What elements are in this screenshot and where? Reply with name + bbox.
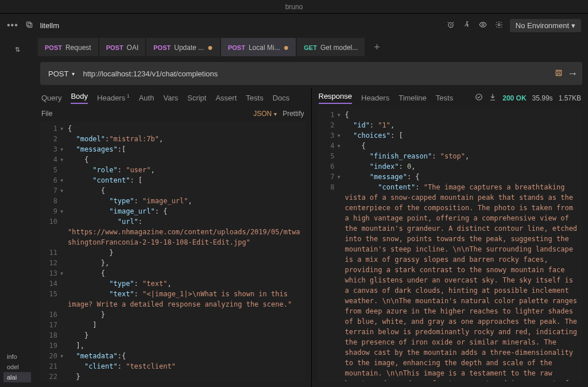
sidebar-item[interactable]: odel [3, 362, 31, 372]
eye-icon[interactable] [479, 21, 487, 30]
resp-subtab-tests[interactable]: Tests [436, 94, 453, 102]
download-icon[interactable] [489, 93, 497, 103]
chevron-down-icon: ▾ [72, 71, 75, 77]
sort-icon[interactable]: ⇅ [0, 42, 34, 57]
running-icon[interactable] [463, 21, 471, 30]
url-bar: POST ▾ → [40, 62, 582, 85]
response-subtabs: ResponseHeadersTimelineTests200 OK35.99s… [312, 88, 589, 107]
tab-method: POST [106, 44, 123, 51]
svg-rect-1 [26, 22, 30, 26]
chevron-down-icon: ▾ [571, 21, 575, 30]
subtab-docs[interactable]: Docs [273, 94, 290, 102]
svg-rect-6 [556, 70, 561, 75]
svg-rect-0 [28, 23, 32, 27]
send-arrow-icon[interactable]: → [567, 68, 578, 80]
window-titlebar: bruno [0, 0, 588, 14]
environment-label: No Environment [516, 21, 569, 30]
sidebar-item[interactable]: alai [3, 372, 31, 382]
request-subtabs: QueryBodyHeaders 1AuthVarsScriptAssertTe… [34, 88, 311, 107]
body-type-select[interactable]: JSON ▾ [253, 110, 277, 118]
clear-response-icon[interactable] [475, 93, 483, 103]
tab-label: Update ... [174, 44, 204, 52]
tab-label: Get model... [320, 44, 358, 52]
tab-label: OAI [127, 44, 139, 52]
chevron-down-icon: ▾ [274, 111, 277, 117]
environment-select[interactable]: No Environment ▾ [510, 19, 581, 32]
svg-point-3 [466, 21, 467, 22]
menu-dots-icon[interactable]: ••• [7, 20, 18, 30]
sidebar: ⇅ infoodelalai [0, 37, 34, 387]
request-tab[interactable]: POSTRequest [38, 38, 98, 56]
tab-method: POST [153, 44, 171, 51]
gear-icon[interactable] [495, 21, 503, 30]
request-tab[interactable]: GETGet model... [297, 38, 365, 56]
svg-point-7 [476, 94, 482, 100]
tab-label: Request [65, 44, 91, 52]
response-body-viewer[interactable]: 1▾{2 "id": "1",3▾ "choices": [4▾ {5 "fin… [318, 107, 583, 381]
subtab-assert[interactable]: Assert [215, 94, 237, 102]
response-time: 35.99s [532, 94, 553, 102]
request-tab[interactable]: POSTLocal Mi...● [221, 38, 296, 56]
status-code: 200 OK [502, 94, 526, 102]
dirty-indicator: ● [284, 43, 289, 52]
method-select[interactable]: POST ▾ [45, 69, 78, 78]
request-tab[interactable]: POSTOAI [99, 38, 146, 56]
window-title: bruno [285, 3, 303, 11]
svg-point-5 [498, 24, 500, 26]
subtab-body[interactable]: Body [71, 92, 88, 104]
subtab-script[interactable]: Script [187, 94, 206, 102]
resp-subtab-headers[interactable]: Headers [361, 94, 389, 102]
prettify-button[interactable]: Prettify [283, 110, 304, 118]
request-tab[interactable]: POSTUpdate ...● [146, 38, 220, 56]
collection-name[interactable]: litellm [40, 21, 59, 30]
tab-method: POST [45, 44, 62, 51]
request-body-editor[interactable]: 1▾{2 "model":"mistral:7b",3▾ "messages":… [40, 121, 305, 381]
resp-subtab-timeline[interactable]: Timeline [399, 94, 427, 102]
top-toolbar: ••• litellm No Environment ▾ [0, 14, 588, 37]
subtab-vars[interactable]: Vars [163, 94, 178, 102]
subtab-tests[interactable]: Tests [246, 94, 263, 102]
collection-icon [25, 21, 33, 30]
subtab-auth[interactable]: Auth [139, 94, 154, 102]
svg-point-4 [482, 24, 484, 26]
save-icon[interactable] [555, 69, 563, 79]
url-input[interactable] [83, 69, 550, 78]
alarm-icon[interactable] [447, 21, 455, 30]
response-size: 1.57KB [559, 94, 581, 102]
dirty-indicator: ● [207, 43, 213, 52]
sidebar-item[interactable]: info [3, 351, 31, 362]
tab-method: POST [228, 44, 245, 51]
file-label[interactable]: File [41, 110, 52, 118]
subtab-query[interactable]: Query [41, 94, 61, 102]
tab-method: GET [304, 44, 317, 51]
subtab-headers[interactable]: Headers 1 [97, 93, 130, 102]
tab-label: Local Mi... [249, 44, 280, 52]
request-tabs: POSTRequestPOSTOAIPOSTUpdate ...●POSTLoc… [34, 37, 588, 57]
resp-subtab-response[interactable]: Response [319, 92, 353, 104]
add-tab-button[interactable]: + [366, 41, 388, 53]
